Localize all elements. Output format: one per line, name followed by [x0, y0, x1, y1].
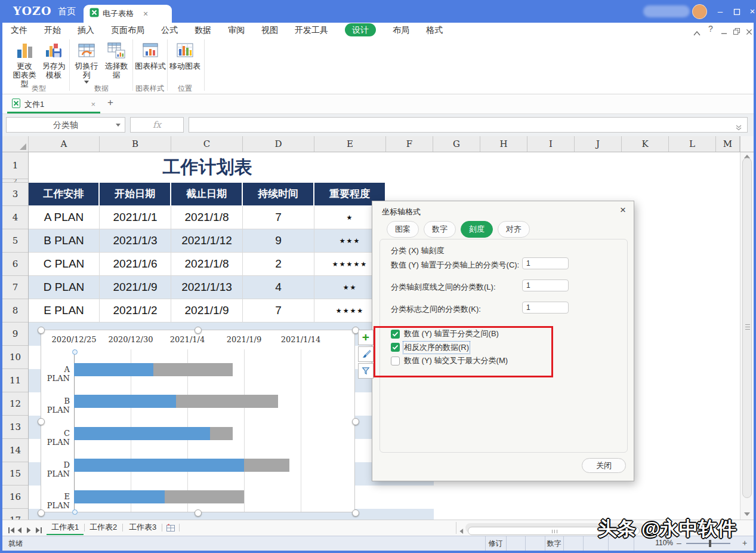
- chart-selection-handle[interactable]: [352, 418, 359, 425]
- table-cell[interactable]: 7: [243, 206, 314, 229]
- restore-icon[interactable]: [733, 26, 740, 37]
- chart-selection-handle[interactable]: [195, 327, 202, 334]
- row-header-11[interactable]: 11: [2, 369, 28, 392]
- vertical-scrollbar[interactable]: [740, 152, 754, 520]
- close-button[interactable]: 关闭: [582, 458, 626, 473]
- filter-icon[interactable]: [358, 363, 374, 379]
- style-brush-icon[interactable]: [358, 346, 374, 362]
- column-header-A[interactable]: A: [29, 136, 100, 152]
- table-cell[interactable]: 9: [243, 229, 314, 253]
- column-header-I[interactable]: I: [527, 136, 575, 152]
- zoom-slider-track[interactable]: [686, 543, 730, 544]
- dialog-field-input[interactable]: 1: [522, 279, 569, 291]
- minimize-icon[interactable]: [721, 27, 727, 38]
- table-cell[interactable]: 2021/1/13: [171, 276, 243, 299]
- sheet-tab-1[interactable]: 工作表1: [48, 520, 82, 534]
- dialog-tab-3[interactable]: 刻度: [461, 221, 493, 238]
- menu-item-5[interactable]: 公式: [161, 23, 178, 37]
- table-cell[interactable]: B PLAN: [29, 229, 100, 253]
- close-icon[interactable]: [746, 27, 752, 38]
- column-header-M[interactable]: M: [716, 136, 740, 152]
- gantt-chart[interactable]: 2020/12/252020/12/302021/1/42021/1/92021…: [41, 330, 355, 512]
- menu-item-6[interactable]: 数据: [195, 23, 211, 37]
- table-cell[interactable]: 7: [243, 299, 314, 322]
- sheet-tab-2[interactable]: 工作表2: [86, 520, 121, 534]
- app-tab-spreadsheet[interactable]: 电子表格 ×: [84, 5, 172, 23]
- row-header-3[interactable]: 3: [2, 183, 28, 206]
- vertical-scroll-thumb[interactable]: [742, 158, 752, 498]
- dialog-field-input[interactable]: 1: [522, 302, 569, 314]
- menu-item-3[interactable]: 插入: [78, 23, 94, 37]
- ribbon-button-3[interactable]: 切换行列: [72, 39, 101, 84]
- table-cell[interactable]: 2021/1/3: [100, 229, 171, 253]
- chart-bar-start-offset-days[interactable]: [74, 363, 153, 376]
- ribbon-button-4[interactable]: 选择数据: [101, 39, 131, 79]
- chart-bar-start-offset-days[interactable]: [74, 490, 165, 503]
- chart-bar-start-offset-days[interactable]: [74, 459, 244, 472]
- column-header-J[interactable]: J: [575, 136, 622, 152]
- table-cell[interactable]: 2021/1/8: [171, 206, 243, 229]
- help-icon[interactable]: ?: [708, 24, 713, 33]
- table-cell[interactable]: 2021/1/2: [100, 299, 171, 322]
- chart-bar-start-offset-days[interactable]: [74, 427, 210, 440]
- menu-item-1[interactable]: 文件: [11, 23, 27, 37]
- scroll-down-icon[interactable]: [744, 512, 750, 516]
- window-minimize-button[interactable]: –: [714, 6, 727, 17]
- row-header-10[interactable]: 10: [2, 346, 28, 369]
- nav-prev-icon[interactable]: [17, 525, 22, 536]
- new-document-tab-button[interactable]: +: [107, 97, 113, 109]
- menu-item-7[interactable]: 审阅: [228, 23, 245, 37]
- chart-bar-duration-days[interactable]: [176, 395, 278, 408]
- chart-selection-handle[interactable]: [38, 509, 45, 517]
- name-box[interactable]: 分类轴: [6, 117, 125, 133]
- menu-item-8[interactable]: 视图: [261, 23, 278, 37]
- dialog-field-input[interactable]: 1: [522, 257, 569, 269]
- name-box-dropdown-icon[interactable]: [116, 124, 121, 127]
- chart-selection-handle[interactable]: [195, 509, 202, 517]
- chart-bar-duration-days[interactable]: [210, 427, 233, 440]
- chart-bar-duration-days[interactable]: [153, 363, 233, 376]
- row-header-4[interactable]: 4: [2, 206, 28, 229]
- document-tab-file1[interactable]: 文件1 ×: [7, 96, 100, 112]
- chart-selection-handle[interactable]: [38, 418, 45, 425]
- table-cell[interactable]: C PLAN: [29, 253, 100, 276]
- hscroll-left-icon[interactable]: [459, 526, 464, 536]
- menu-item-9[interactable]: 开发工具: [295, 23, 328, 37]
- sheet-tab-3[interactable]: 工作表3: [125, 520, 160, 534]
- dialog-tab-1[interactable]: 图案: [387, 221, 419, 238]
- formula-input[interactable]: [189, 117, 748, 133]
- home-button[interactable]: 首页: [58, 6, 76, 17]
- row-header-7[interactable]: 7: [2, 276, 28, 299]
- table-cell[interactable]: 2021/1/6: [100, 253, 171, 276]
- window-maximize-button[interactable]: [730, 7, 743, 18]
- ribbon-button-1[interactable]: 更改图表类型: [10, 39, 39, 88]
- column-header-L[interactable]: L: [669, 136, 716, 152]
- row-header-5[interactable]: 5: [2, 229, 28, 253]
- ribbon-button-5[interactable]: 图表样式: [135, 39, 166, 70]
- chart-bar-start-offset-days[interactable]: [74, 395, 176, 408]
- row-header-1[interactable]: 1: [2, 152, 28, 179]
- table-cell[interactable]: D PLAN: [29, 276, 100, 299]
- column-header-E[interactable]: E: [314, 136, 386, 152]
- row-header-13[interactable]: 13: [2, 416, 28, 439]
- row-header-14[interactable]: 14: [2, 439, 28, 462]
- nav-last-icon[interactable]: [35, 525, 42, 536]
- menu-item-11[interactable]: 布局: [393, 23, 409, 37]
- row-header-6[interactable]: 6: [2, 253, 28, 276]
- table-cell[interactable]: 2021/1/9: [100, 276, 171, 299]
- nav-first-icon[interactable]: [8, 525, 15, 536]
- document-tab-close-icon[interactable]: ×: [91, 100, 95, 109]
- dialog-close-icon[interactable]: ×: [620, 204, 626, 216]
- menu-item-2[interactable]: 开始: [44, 23, 61, 37]
- expand-formula-bar-icon[interactable]: [735, 122, 742, 133]
- new-sheet-icon[interactable]: [166, 524, 175, 534]
- table-cell[interactable]: 2021/1/9: [171, 299, 243, 322]
- row-header-15[interactable]: 15: [2, 462, 28, 486]
- table-cell[interactable]: E PLAN: [29, 299, 100, 322]
- table-cell[interactable]: 2021/1/12: [171, 229, 243, 253]
- table-cell[interactable]: 2: [243, 253, 314, 276]
- window-close-button[interactable]: ×: [746, 6, 756, 17]
- status-revision[interactable]: 修订: [485, 539, 506, 549]
- chart-bar-duration-days[interactable]: [165, 490, 244, 503]
- dialog-tab-4[interactable]: 对齐: [498, 221, 530, 238]
